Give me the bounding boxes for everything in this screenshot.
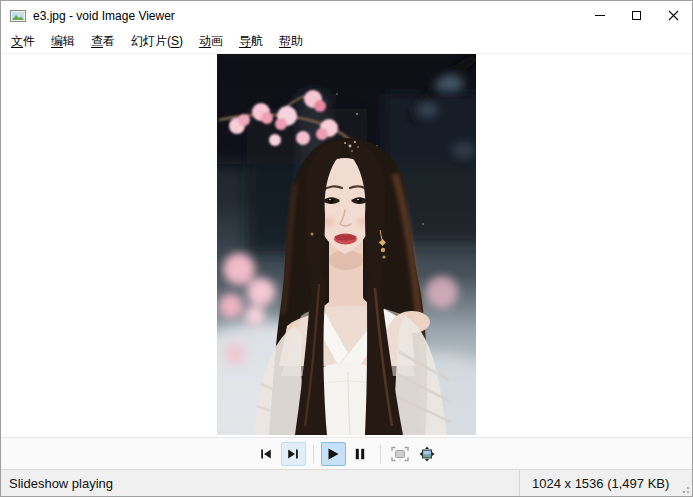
pause-icon bbox=[352, 446, 368, 462]
statusbar: Slideshow playing 1024 x 1536 (1,497 KB) bbox=[1, 469, 692, 496]
titlebar: e3.jpg - void Image Viewer bbox=[1, 1, 692, 30]
image-file-icon bbox=[10, 8, 26, 24]
fit-window-button[interactable] bbox=[388, 442, 413, 466]
menu-item-navigation[interactable]: 导航 bbox=[231, 30, 271, 53]
caption-buttons bbox=[581, 1, 692, 30]
minimize-button[interactable] bbox=[581, 1, 618, 30]
toolbar-separator bbox=[380, 445, 381, 463]
image-dimensions: 1024 x 1536 (1,497 KB) bbox=[520, 476, 692, 491]
menu-item-view[interactable]: 查看 bbox=[83, 30, 123, 53]
app-window: e3.jpg - void Image Viewer 文件 编辑 查看 幻灯片(… bbox=[0, 0, 693, 497]
maximize-button[interactable] bbox=[618, 1, 655, 30]
menu-item-edit[interactable]: 编辑 bbox=[43, 30, 83, 53]
menu-item-help[interactable]: 帮助 bbox=[271, 30, 311, 53]
image-viewport[interactable] bbox=[1, 54, 692, 437]
skip-previous-icon bbox=[258, 446, 274, 462]
status-message: Slideshow playing bbox=[1, 470, 520, 496]
play-icon bbox=[325, 446, 341, 462]
menu-item-animation[interactable]: 动画 bbox=[191, 30, 231, 53]
maximize-icon bbox=[632, 11, 641, 20]
close-button[interactable] bbox=[655, 1, 692, 30]
close-icon bbox=[668, 10, 679, 21]
pause-button[interactable] bbox=[348, 442, 373, 466]
next-frame-button[interactable] bbox=[281, 442, 306, 466]
skip-next-icon bbox=[285, 446, 301, 462]
fit-window-icon bbox=[391, 446, 409, 462]
previous-frame-button[interactable] bbox=[254, 442, 279, 466]
play-button[interactable] bbox=[321, 442, 346, 466]
menu-item-slideshow[interactable]: 幻灯片(S) bbox=[123, 30, 191, 53]
playback-toolbar bbox=[1, 437, 692, 469]
menubar: 文件 编辑 查看 幻灯片(S) 动画 导航 帮助 bbox=[1, 30, 692, 54]
resize-grip[interactable] bbox=[680, 484, 690, 494]
photo-canvas[interactable] bbox=[217, 54, 476, 435]
menu-item-file[interactable]: 文件 bbox=[3, 30, 43, 53]
window-title: e3.jpg - void Image Viewer bbox=[33, 9, 581, 23]
minimize-icon bbox=[595, 15, 605, 16]
toolbar-separator bbox=[313, 445, 314, 463]
fit-image-icon bbox=[418, 446, 436, 462]
fit-image-button[interactable] bbox=[415, 442, 440, 466]
portrait-photo bbox=[217, 54, 476, 435]
